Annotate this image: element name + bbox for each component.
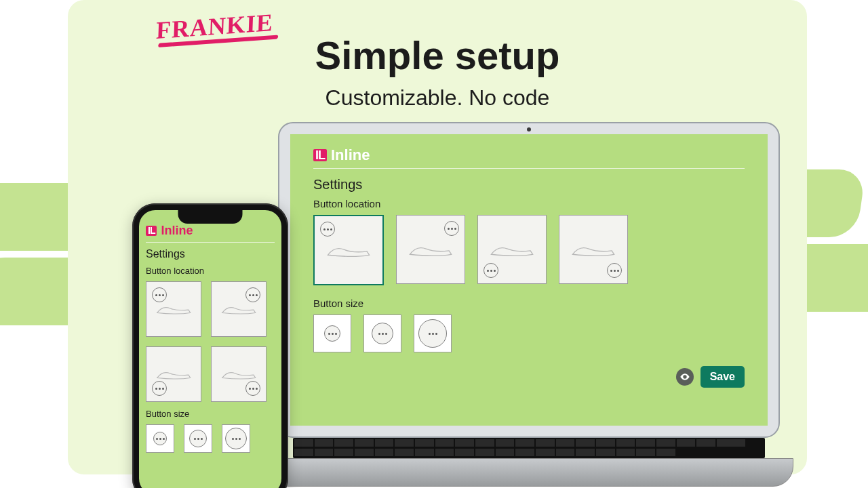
panel-header: IL Inline bbox=[146, 224, 275, 243]
position-pin-icon bbox=[484, 263, 498, 278]
dots-icon bbox=[225, 428, 247, 449]
dots-icon bbox=[418, 319, 447, 348]
settings-heading: Settings bbox=[146, 248, 275, 260]
panel-header: IL Inline bbox=[313, 146, 745, 169]
size-option-small[interactable] bbox=[313, 314, 351, 352]
shoe-icon bbox=[155, 300, 192, 319]
dots-icon bbox=[189, 430, 207, 447]
inline-logo-icon: IL bbox=[313, 149, 327, 162]
shoe-icon bbox=[220, 300, 257, 319]
size-option-medium[interactable] bbox=[363, 314, 401, 352]
button-location-label: Button location bbox=[146, 266, 275, 276]
laptop-keyboard bbox=[293, 438, 765, 458]
location-option-bottom-left[interactable] bbox=[146, 346, 201, 402]
size-option-small[interactable] bbox=[146, 424, 174, 453]
location-option-top-right[interactable] bbox=[396, 215, 465, 284]
button-size-label: Button size bbox=[146, 409, 275, 419]
position-pin-icon bbox=[245, 287, 260, 302]
phone-app-screen: IL Inline Settings Button location Butt bbox=[139, 210, 281, 488]
position-pin-icon bbox=[245, 381, 260, 396]
laptop-base bbox=[264, 458, 793, 487]
button-size-label: Button size bbox=[313, 298, 745, 309]
position-pin-icon bbox=[152, 381, 167, 396]
position-pin-icon bbox=[607, 263, 622, 278]
shoe-icon bbox=[408, 238, 454, 262]
shoe-icon bbox=[570, 238, 616, 262]
laptop-camera-icon bbox=[527, 127, 531, 131]
size-option-medium[interactable] bbox=[184, 424, 212, 453]
save-button[interactable]: Save bbox=[701, 366, 745, 388]
panel-title: Inline bbox=[161, 224, 193, 238]
hero-subtitle: Customizable. No code bbox=[68, 85, 807, 110]
dots-icon bbox=[153, 432, 167, 445]
panel-title: Inline bbox=[331, 146, 370, 164]
size-option-large[interactable] bbox=[222, 424, 250, 453]
location-option-bottom-right[interactable] bbox=[559, 215, 628, 284]
position-pin-icon bbox=[320, 222, 335, 237]
laptop-mockup: IL Inline Settings Button location bbox=[278, 122, 780, 487]
preview-button[interactable] bbox=[676, 368, 694, 386]
location-option-bottom-left[interactable] bbox=[477, 215, 547, 284]
shoe-icon bbox=[489, 238, 535, 262]
shoe-icon bbox=[326, 239, 372, 262]
phone-notch bbox=[178, 209, 243, 224]
eye-icon bbox=[679, 371, 690, 382]
dots-icon bbox=[372, 323, 393, 344]
location-option-bottom-right[interactable] bbox=[211, 346, 267, 402]
location-option-top-left[interactable] bbox=[146, 281, 201, 337]
position-pin-icon bbox=[444, 221, 459, 236]
hero-title: Simple setup bbox=[68, 33, 807, 78]
inline-logo-icon: IL bbox=[146, 226, 157, 236]
settings-heading: Settings bbox=[313, 177, 745, 192]
size-option-large[interactable] bbox=[414, 314, 452, 352]
phone-mockup: IL Inline Settings Button location Butt bbox=[132, 203, 288, 488]
location-option-top-left[interactable] bbox=[313, 215, 384, 285]
position-pin-icon bbox=[152, 287, 167, 302]
dots-icon bbox=[324, 325, 340, 342]
location-option-top-right[interactable] bbox=[211, 281, 267, 337]
button-location-label: Button location bbox=[313, 198, 745, 209]
laptop-app-screen: IL Inline Settings Button location bbox=[290, 134, 768, 426]
